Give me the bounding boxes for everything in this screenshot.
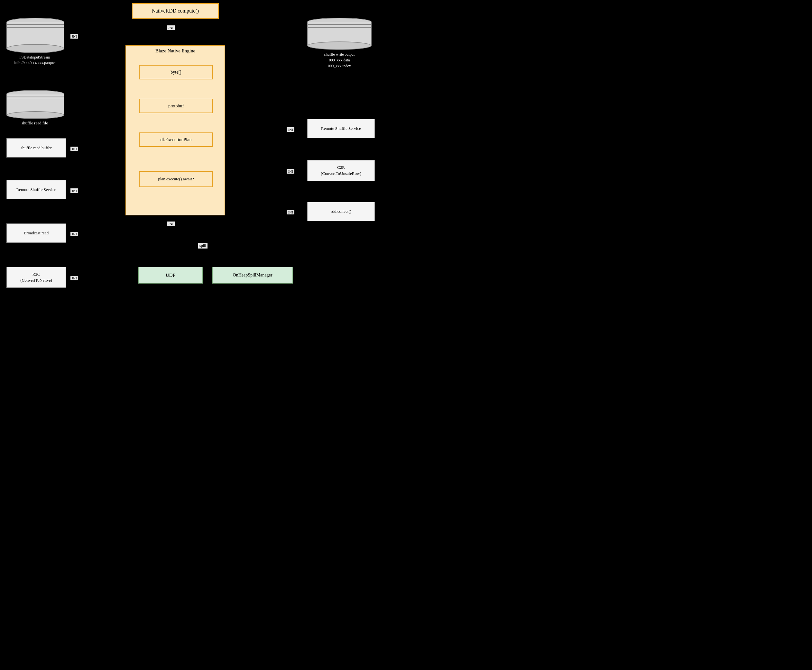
r2c-label: R2C(ConvertToNative) [20,271,52,283]
shuffle-write-output-label: shuffle write output000_xxx.data000_xxx.… [301,51,378,69]
svg-line-4 [68,76,125,106]
fsdatainputstream-label: FSDataInputStreamhdfs://xxx/xxx/xxx.parq… [3,55,67,66]
rdd-collect-label: rdd.collect() [331,209,351,215]
shuffle-read-buffer-label: shuffle read buffer [20,145,51,151]
diagram: NativeRDD.compute() JNI Blaze Native Eng… [0,0,406,335]
udf-label: UDF [166,272,175,279]
jni-fsdatainputstream: JNI [70,34,78,39]
on-heap-spill-manager-box: OnHeapSpillManager [212,267,293,284]
blaze-engine-container: Blaze Native Engine byte[] protobuf df.E… [125,45,225,215]
svg-line-9 [225,48,299,76]
jni-label-top: JNI [167,25,175,30]
spill-label: spill [198,243,208,249]
native-rdd-label: NativeRDD.compute() [152,7,199,14]
plan-execute-label: plan.execute().await? [158,176,194,182]
shuffle-read-file-cylinder [7,90,64,119]
jni-label-engine-bottom: JNI [167,221,175,226]
remote-shuffle-service-right-box: Remote Shuffle Service [307,119,375,138]
jni-rdd-collect: JNI [286,210,295,215]
execution-plan-box: df.ExecutionPlan [139,132,213,147]
svg-line-8 [68,209,125,280]
jni-broadcast-read: JNI [70,232,78,237]
c2r-box: C2R(ConvertToUnsafeRow) [307,160,375,181]
remote-shuffle-service-right-label: Remote Shuffle Service [321,126,361,132]
remote-shuffle-service-left-label: Remote Shuffle Service [16,187,56,193]
protobuf-box: protobuf [139,99,213,113]
execution-plan-label: df.ExecutionPlan [161,137,192,143]
c2r-label: C2R(ConvertToUnsafeRow) [321,165,361,176]
rdd-collect-box: rdd.collect() [307,202,375,221]
shuffle-read-buffer-box: shuffle read buffer [7,138,66,157]
broadcast-read-label: Broadcast read [24,230,49,236]
remote-shuffle-service-left-box: Remote Shuffle Service [7,180,66,199]
native-rdd-box: NativeRDD.compute() [132,3,219,19]
r2c-box: R2C(ConvertToNative) [7,267,66,288]
shuffle-write-output-cylinder [307,18,371,50]
jni-shuffle-read-buffer: JNI [70,146,78,151]
protobuf-label: protobuf [168,103,184,109]
on-heap-spill-manager-label: OnHeapSpillManager [233,272,273,278]
plan-execute-box: plan.execute().await? [139,171,213,187]
svg-line-7 [68,209,125,235]
udf-box: UDF [138,267,203,284]
jni-remote-shuffle-left: JNI [70,188,78,193]
jni-remote-shuffle-right: JNI [286,127,295,132]
fsdatainputstream-cylinder [7,18,64,53]
jni-c2r: JNI [286,169,295,174]
svg-line-14 [193,215,232,264]
byte-array-box: byte[] [139,65,213,80]
broadcast-read-box: Broadcast read [7,223,66,243]
engine-title: Blaze Native Engine [126,48,225,54]
jni-r2c: JNI [70,276,78,281]
svg-line-3 [68,37,125,76]
shuffle-read-file-label: shuffle read file [3,120,67,126]
byte-array-label: byte[] [171,69,181,76]
